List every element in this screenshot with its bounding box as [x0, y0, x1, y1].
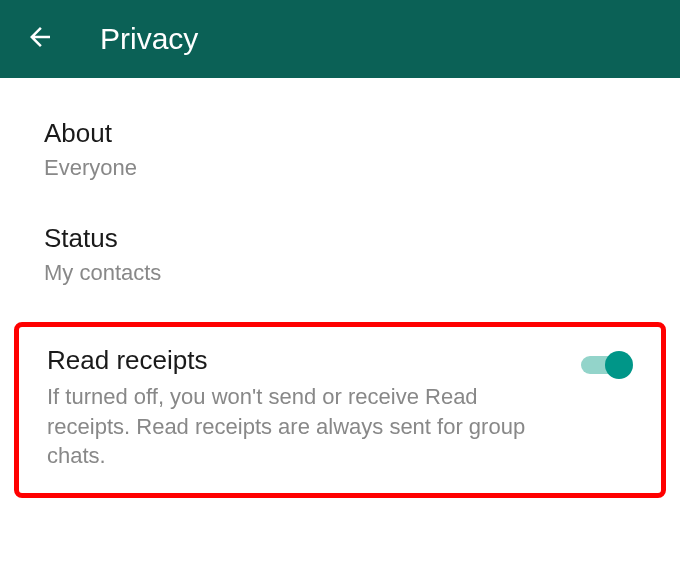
setting-status[interactable]: Status My contacts	[0, 207, 680, 312]
setting-read-receipts[interactable]: Read receipts If turned off, you won't s…	[14, 322, 666, 498]
toggle-thumb	[605, 351, 633, 379]
read-receipts-text: Read receipts If turned off, you won't s…	[47, 345, 581, 471]
setting-title: Read receipts	[47, 345, 561, 376]
setting-title: About	[44, 118, 636, 149]
setting-value: Everyone	[44, 155, 636, 181]
setting-about[interactable]: About Everyone	[0, 102, 680, 207]
toggle-container	[581, 351, 633, 379]
setting-title: Status	[44, 223, 636, 254]
read-receipts-toggle[interactable]	[581, 351, 633, 379]
back-button[interactable]	[20, 19, 60, 59]
settings-list: About Everyone Status My contacts Read r…	[0, 78, 680, 498]
setting-value: My contacts	[44, 260, 636, 286]
app-header: Privacy	[0, 0, 680, 78]
setting-description: If turned off, you won't send or receive…	[47, 382, 561, 471]
page-title: Privacy	[100, 22, 198, 56]
arrow-left-icon	[25, 22, 55, 56]
